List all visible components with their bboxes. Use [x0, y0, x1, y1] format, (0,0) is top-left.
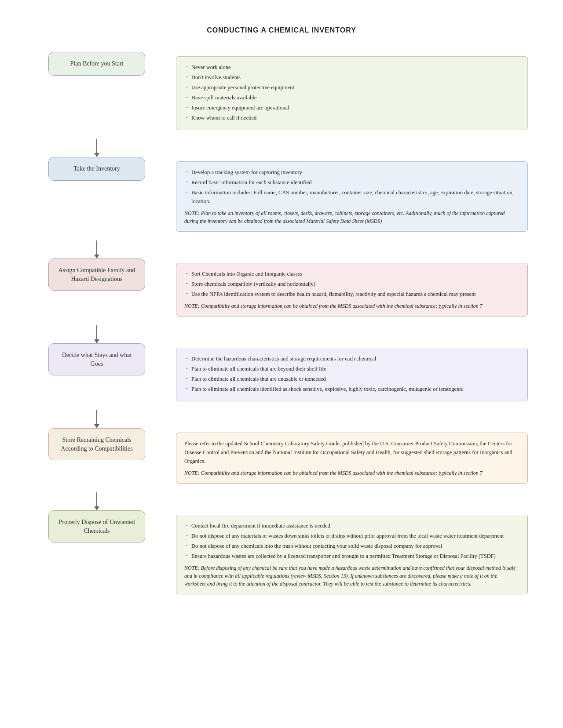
bullet-plan-3: Use appropriate personal protective equi…: [184, 83, 519, 92]
arrow-2-left: [35, 240, 158, 258]
note-dispose: NOTE: Before disposing of any chemical b…: [184, 564, 519, 588]
bullet-decide-4: Plan to eliminate all chemicals identifi…: [184, 385, 519, 393]
arrow-4-left: [35, 410, 158, 428]
arrow-4-row: [35, 410, 528, 428]
step-label-inventory: Take the Inventory: [73, 165, 120, 172]
left-col-plan: Plan Before you Start: [35, 52, 158, 76]
step-label-decide: Decide what Stays and what Goes: [62, 352, 132, 367]
bullet-plan-4: Have spill materials available: [184, 93, 519, 102]
bullet-inv-1: Develop a tracking system for capturing …: [184, 168, 519, 177]
arrow-head-3: [94, 339, 99, 343]
left-col-assign: Assign Compatible Family and Hazard Desi…: [35, 258, 158, 291]
step-box-plan: Plan Before you Start: [48, 52, 145, 76]
bullet-list-plan: Never work alone Don't involve students …: [184, 63, 519, 122]
arrow-head-5: [94, 506, 99, 510]
bullet-assign-1: Sort Chemicals into Organic and Inorgani…: [184, 269, 519, 278]
arrow-line-2: [96, 240, 97, 255]
left-col-decide: Decide what Stays and what Goes: [35, 343, 158, 375]
bullet-decide-2: Plan to eliminate all chemicals that are…: [184, 364, 519, 373]
bullet-list-assign: Sort Chemicals into Organic and Inorgani…: [184, 269, 519, 298]
note-store: NOTE: Compatibility and storage informat…: [184, 469, 519, 477]
arrow-3-left: [35, 325, 158, 343]
step-label-assign: Assign Compatible Family and Hazard Desi…: [58, 267, 135, 282]
arrow-1-left: [35, 139, 158, 157]
bullet-decide-3: Plan to eliminate all chemicals that are…: [184, 375, 519, 383]
arrow-head-2: [94, 255, 99, 258]
step-label-dispose: Properly Dispose of Unwanted Chemicals: [58, 519, 135, 534]
flow-row-assign: Assign Compatible Family and Hazard Desi…: [35, 258, 528, 325]
step-box-decide: Decide what Stays and what Goes: [48, 343, 145, 375]
flow-row-dispose: Properly Dispose of Unwanted Chemicals C…: [35, 510, 528, 603]
arrow-head-4: [94, 424, 99, 428]
arrow-line-4: [96, 410, 97, 424]
bullet-list-dispose: Contact local fire department if immedia…: [184, 521, 519, 561]
right-col-dispose: Contact local fire department if immedia…: [158, 510, 528, 603]
info-box-inventory: Develop a tracking system for capturing …: [176, 161, 528, 232]
step-label-plan: Plan Before you Start: [70, 60, 124, 67]
step-label-store: Store Remaining Chemicals According to C…: [61, 437, 132, 452]
left-col-dispose: Properly Dispose of Unwanted Chemicals: [35, 510, 158, 542]
arrow-line-3: [96, 325, 97, 339]
store-link: School Chemistry Laboratory Safety Guide: [244, 440, 340, 447]
arrow-5-left: [35, 492, 158, 510]
arrow-3: [48, 325, 145, 343]
bullet-assign-2: Store chemicals compatibly (vertically a…: [184, 280, 519, 288]
bullet-inv-3: Basic information includes: Full name, C…: [184, 188, 519, 206]
bullet-decide-1: Determine the hazardous characteristics …: [184, 354, 519, 363]
right-col-plan: Never work alone Don't involve students …: [158, 52, 528, 139]
info-box-store: Please refer to the updated School Chemi…: [176, 433, 528, 484]
info-box-plan: Never work alone Don't involve students …: [176, 56, 528, 130]
right-col-store: Please refer to the updated School Chemi…: [158, 428, 528, 492]
bullet-inv-2: Record basic information for each substa…: [184, 178, 519, 187]
flow-row-store: Store Remaining Chemicals According to C…: [35, 428, 528, 492]
step-box-dispose: Properly Dispose of Unwanted Chemicals: [48, 510, 145, 542]
left-col-inventory: Take the Inventory: [35, 157, 158, 181]
page-title: CONDUCTING A CHEMICAL INVENTORY: [35, 26, 528, 34]
info-box-decide: Determine the hazardous characteristics …: [176, 348, 528, 401]
flowchart: Plan Before you Start Never work alone D…: [35, 52, 528, 603]
step-box-inventory: Take the Inventory: [48, 157, 145, 181]
arrow-2-row: [35, 240, 528, 258]
bullet-plan-2: Don't involve students: [184, 73, 519, 82]
arrow-2: [48, 240, 145, 258]
store-text-before: Please refer to the updated: [184, 440, 244, 447]
arrow-3-row: [35, 325, 528, 343]
right-col-assign: Sort Chemicals into Organic and Inorgani…: [158, 258, 528, 325]
right-col-decide: Determine the hazardous characteristics …: [158, 343, 528, 410]
step-box-store: Store Remaining Chemicals According to C…: [48, 428, 145, 460]
bullet-list-inventory: Develop a tracking system for capturing …: [184, 168, 519, 206]
arrow-4: [48, 410, 145, 428]
arrow-line-1: [96, 139, 97, 153]
arrow-5: [48, 492, 145, 510]
arrow-1-row: [35, 139, 528, 157]
bullet-dispose-2: Do not dispose of any materials or waste…: [184, 531, 519, 540]
bullet-plan-5: Insure emergency equipment are operation…: [184, 103, 519, 112]
arrow-1: [48, 139, 145, 157]
bullet-dispose-1: Contact local fire department if immedia…: [184, 521, 519, 530]
bullet-dispose-4: Ensure hazardous wastes are collected by…: [184, 552, 519, 561]
bullet-plan-1: Never work alone: [184, 63, 519, 72]
note-assign: NOTE: Compatibility and storage informat…: [184, 302, 519, 310]
left-col-store: Store Remaining Chemicals According to C…: [35, 428, 158, 460]
bullet-list-decide: Determine the hazardous characteristics …: [184, 354, 519, 393]
right-col-inventory: Develop a tracking system for capturing …: [158, 157, 528, 240]
arrow-5-row: [35, 492, 528, 510]
flow-row-plan: Plan Before you Start Never work alone D…: [35, 52, 528, 139]
info-box-assign: Sort Chemicals into Organic and Inorgani…: [176, 263, 528, 317]
note-inventory: NOTE: Plan to take an inventory of all r…: [184, 209, 519, 225]
flow-row-inventory: Take the Inventory Develop a tracking sy…: [35, 157, 528, 240]
flow-row-decide: Decide what Stays and what Goes Determin…: [35, 343, 528, 410]
bullet-dispose-3: Do not dispose of any chemicals into the…: [184, 542, 519, 550]
arrow-line-5: [96, 492, 97, 506]
arrow-head-1: [94, 153, 99, 157]
step-box-assign: Assign Compatible Family and Hazard Desi…: [48, 258, 145, 291]
bullet-assign-3: Use the NFPA identification system to de…: [184, 290, 519, 298]
bullet-plan-6: Know whom to call if needed: [184, 113, 519, 122]
info-box-dispose: Contact local fire department if immedia…: [176, 515, 528, 594]
store-text: Please refer to the updated School Chemi…: [184, 439, 519, 466]
